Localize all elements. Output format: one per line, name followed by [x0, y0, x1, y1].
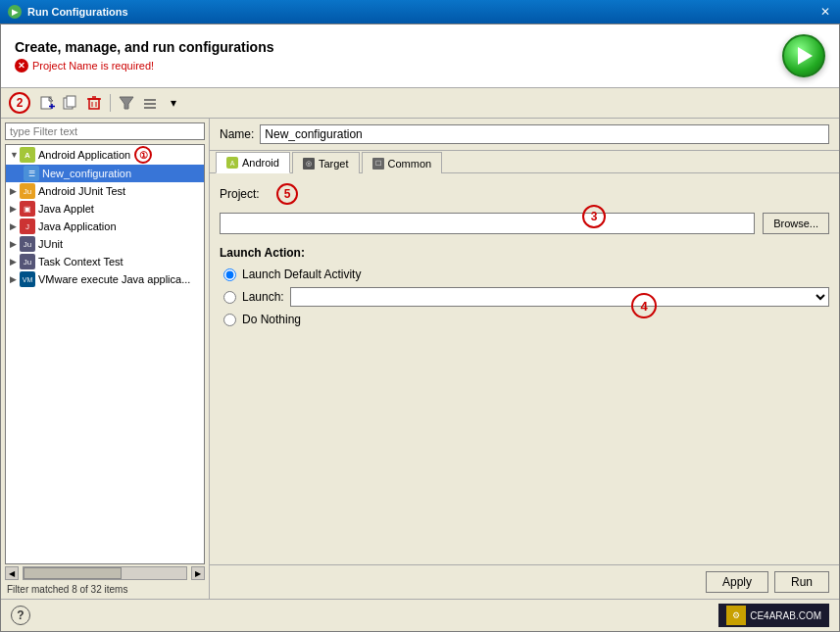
tab-android-icon: A	[226, 157, 238, 169]
radio-launch-label: Launch:	[242, 290, 284, 304]
radio-launch-input[interactable]	[223, 291, 236, 304]
tree-arrow-junit2: ▶	[10, 239, 20, 249]
name-row: Name: 3	[210, 119, 839, 151]
left-panel: ▼ A Android Application ① ☰ New_configur…	[1, 119, 210, 599]
tab-common-label: Common	[388, 158, 432, 170]
tree-item-android-junit[interactable]: ▶ Ju Android JUnit Test	[6, 182, 204, 200]
config-icon: ☰	[24, 166, 39, 181]
tab-target-icon: ◎	[303, 158, 315, 170]
tree-item-vmware[interactable]: ▶ VM VMware execute Java applica...	[6, 270, 204, 288]
tab-target-label: Target	[319, 158, 349, 170]
tree-item-android-app[interactable]: ▼ A Android Application ①	[6, 145, 204, 165]
tree-label-java-applet: Java Applet	[38, 203, 94, 215]
task-icon: Ju	[20, 254, 35, 269]
toolbar-separator-1	[110, 94, 111, 112]
run-icon	[798, 47, 813, 65]
dialog-header: Create, manage, and run configurations ✕…	[1, 24, 839, 88]
svg-marker-12	[120, 97, 133, 109]
tree-item-task-context[interactable]: ▶ Ju Task Context Test	[6, 253, 204, 270]
radio-default-activity-input[interactable]	[223, 268, 236, 281]
tree-arrow-applet: ▶	[10, 204, 20, 214]
footer: ? ⚙ CE4ARAB.COM	[1, 599, 839, 631]
error-icon: ✕	[15, 59, 28, 73]
help-button[interactable]: ?	[11, 606, 30, 625]
tree-label-vmware: VMware execute Java applica...	[38, 273, 190, 285]
scroll-track[interactable]	[23, 566, 187, 580]
window-title: Run Configurations	[27, 6, 128, 18]
browse-button[interactable]: Browse...	[763, 213, 829, 234]
radio-nothing-input[interactable]	[223, 314, 236, 326]
brand-text: CE4ARAB.COM	[750, 610, 821, 621]
name-input[interactable]	[260, 124, 829, 144]
tab-target[interactable]: ◎ Target	[292, 152, 360, 173]
brand-area: ⚙ CE4ARAB.COM	[718, 604, 829, 627]
run-button[interactable]	[782, 34, 825, 77]
scroll-area: ◀ ▶	[1, 564, 209, 582]
tree-arrow-vmware: ▶	[10, 274, 20, 284]
tree-item-java-applet[interactable]: ▶ ▣ Java Applet	[6, 200, 204, 218]
tree-view: ▼ A Android Application ① ☰ New_configur…	[5, 144, 205, 564]
tree-label-java-application: Java Application	[38, 220, 117, 232]
delete-button[interactable]	[83, 92, 105, 114]
run-dialog-button[interactable]: Run	[774, 571, 829, 593]
svg-rect-7	[89, 99, 99, 109]
dropdown-button[interactable]: ▾	[163, 92, 184, 114]
tree-label-android-junit: Android JUnit Test	[38, 185, 125, 197]
tab-common[interactable]: ☐ Common	[362, 152, 443, 173]
tab-android[interactable]: A Android	[216, 152, 290, 173]
launch-action-label: Launch Action:	[220, 246, 829, 260]
tree-label-task-context: Task Context Test	[38, 256, 124, 267]
filter-button[interactable]	[116, 92, 137, 114]
scroll-right-button[interactable]: ▶	[191, 566, 205, 580]
android-icon: A	[20, 147, 35, 163]
error-message: ✕ Project Name is required!	[15, 59, 274, 73]
right-panel: Name: 3 A Android ◎ Target	[210, 119, 839, 564]
radio-launch: Launch:	[223, 287, 829, 307]
project-input[interactable]	[220, 213, 755, 234]
close-button[interactable]: ✕	[818, 5, 832, 19]
window-icon: ▶	[8, 5, 22, 19]
new-config-button[interactable]	[36, 92, 58, 114]
tree-arrow-java-app: ▶	[10, 221, 20, 231]
tree-arrow-task: ▶	[10, 257, 20, 267]
content-area: ▼ A Android Application ① ☰ New_configur…	[1, 119, 839, 599]
tree-item-junit[interactable]: ▶ Ju JUnit	[6, 235, 204, 253]
error-text: Project Name is required!	[32, 60, 154, 72]
tab-content-android: Project: 5 Browse... Launch Action:	[210, 173, 839, 564]
launch-options: Launch Default Activity Launch: Do Nothi…	[220, 267, 829, 326]
project-row: Project: 5	[220, 183, 829, 205]
duplicate-button[interactable]	[60, 92, 81, 114]
tab-android-label: Android	[242, 157, 279, 169]
tree-item-java-application[interactable]: ▶ J Java Application	[6, 218, 204, 235]
radio-default-activity-label: Launch Default Activity	[242, 267, 361, 281]
tab-common-icon: ☐	[372, 158, 384, 170]
dialog: Create, manage, and run configurations ✕…	[0, 24, 840, 632]
svg-rect-6	[67, 96, 75, 107]
right-panel-wrapper: Name: 3 A Android ◎ Target	[210, 119, 839, 599]
filter-input[interactable]	[5, 122, 205, 140]
project-label: Project:	[220, 187, 269, 201]
java-app-icon: J	[20, 219, 35, 234]
radio-default-activity: Launch Default Activity	[223, 267, 829, 281]
name-label: Name:	[220, 127, 254, 141]
radio-nothing-label: Do Nothing	[242, 313, 301, 326]
launch-dropdown[interactable]	[290, 287, 829, 307]
toolbar: 2 ▾	[1, 88, 839, 119]
project-input-row: Browse...	[220, 213, 829, 234]
dialog-title: Create, manage, and run configurations	[15, 39, 274, 55]
bottom-bar: Apply Run	[210, 564, 839, 599]
annotation-circle-2: 2	[9, 92, 30, 114]
vmware-icon: VM	[20, 271, 35, 287]
tree-item-new-config[interactable]: ☰ New_configuration	[6, 165, 204, 182]
brand-logo: ⚙	[726, 606, 746, 625]
scroll-left-button[interactable]: ◀	[5, 566, 19, 580]
tabs-row: A Android ◎ Target ☐ Common	[210, 151, 839, 173]
brand-watermark: ⚙ CE4ARAB.COM	[718, 604, 829, 627]
junit2-icon: Ju	[20, 236, 35, 252]
filter-status: Filter matched 8 of 32 items	[1, 582, 209, 599]
apply-button[interactable]: Apply	[706, 571, 768, 593]
tree-label-new-config: New_configuration	[42, 168, 131, 179]
collapse-button[interactable]	[139, 92, 161, 114]
tree-arrow-android-app: ▼	[10, 150, 20, 160]
title-bar: ▶ Run Configurations ✕	[0, 0, 840, 24]
